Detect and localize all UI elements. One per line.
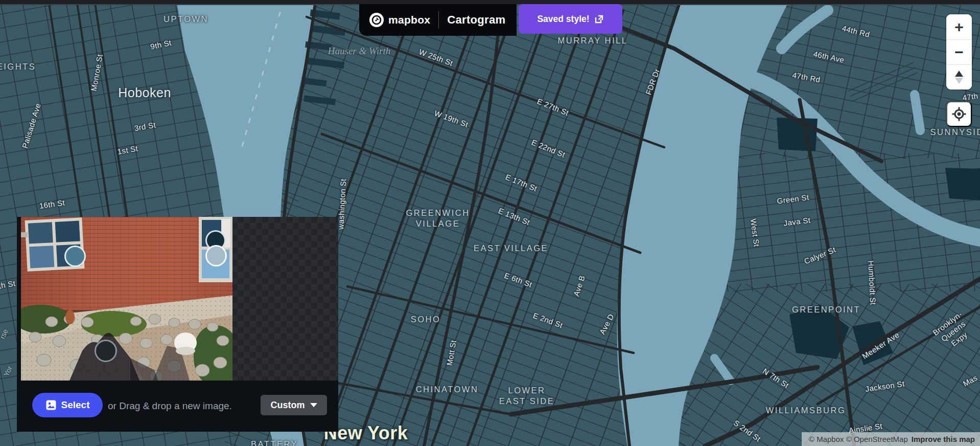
palette-dropdown[interactable]: Custom <box>261 395 327 415</box>
app-header: mapbox Cartogram <box>359 4 517 36</box>
chevron-down-icon <box>310 403 317 407</box>
compass-button[interactable] <box>946 64 972 90</box>
geolocate-button[interactable] <box>946 101 972 127</box>
panel-toolbar: Select or Drag & drop a new image. Custo… <box>17 381 338 432</box>
extracted-color-swatch[interactable] <box>95 340 117 362</box>
palette-dropdown-label: Custom <box>271 400 305 411</box>
extracted-color-swatch[interactable] <box>64 246 86 267</box>
extracted-color-swatch[interactable] <box>205 245 227 266</box>
select-image-button[interactable]: Select <box>32 393 103 417</box>
uploaded-photo <box>21 217 232 381</box>
zoom-in-button[interactable]: + <box>946 14 972 39</box>
image-panel: Select or Drag & drop a new image. Custo… <box>17 217 338 432</box>
image-icon <box>45 399 57 411</box>
minus-icon: − <box>954 44 964 60</box>
mapbox-wordmark: mapbox <box>388 14 430 26</box>
compass-icon <box>953 70 965 85</box>
geolocate-icon <box>952 107 966 121</box>
header-divider <box>438 11 439 29</box>
app-title: Cartogram <box>447 13 505 27</box>
photo-sculpture-heads <box>21 217 232 381</box>
attribution-text: © Mapbox © OpenStreetMap <box>809 435 908 443</box>
external-link-icon <box>594 14 604 24</box>
saved-style-label: Saved style! <box>537 14 589 25</box>
zoom-control-stack: + − <box>946 14 972 90</box>
saved-style-button[interactable]: Saved style! <box>519 4 622 34</box>
improve-map-link[interactable]: Improve this map <box>912 435 975 443</box>
map-attribution: © Mapbox © OpenStreetMap Improve this ma… <box>802 432 980 446</box>
zoom-out-button[interactable]: − <box>946 39 972 64</box>
mapbox-logo-icon <box>369 13 384 27</box>
image-drop-area[interactable] <box>17 217 338 381</box>
drag-drop-hint: or Drag & drop a new image. <box>108 381 232 432</box>
select-label: Select <box>61 399 90 411</box>
cartogram-app: { "header": { "brand": "mapbox", "app_na… <box>0 0 980 446</box>
plus-icon: + <box>954 19 964 35</box>
